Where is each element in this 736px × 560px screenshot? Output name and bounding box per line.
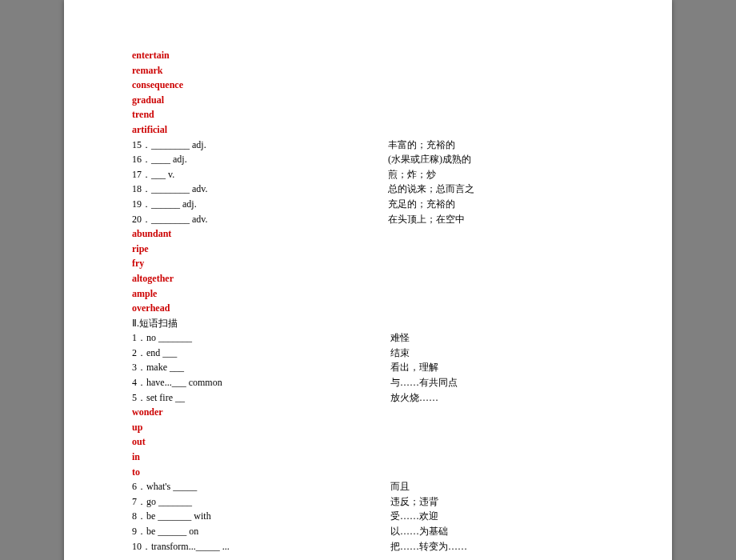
- list-item: 17．___ v.煎；炸；炒: [132, 167, 604, 182]
- item-right: 总的说来；总而言之: [388, 182, 604, 197]
- list-item: 9．be ______ on 以……为基础: [132, 524, 604, 539]
- list-item: 7．go _______ 违反；违背: [132, 494, 604, 510]
- document-page: entertain remark consequence gradual tre…: [64, 0, 672, 560]
- item-left: 15．________ adj.: [132, 138, 388, 153]
- item-left: 19．______ adj.: [132, 197, 388, 212]
- item-left: 16．____ adj.: [132, 152, 388, 167]
- red-word-group-2: abundant ripe fry altogether ample overh…: [132, 226, 604, 316]
- section-heading: Ⅱ.短语扫描: [132, 316, 604, 331]
- vocab-word: out: [132, 434, 604, 450]
- item-right: 丰富的；充裕的: [388, 138, 604, 153]
- item-group-2: 1．no _______ 难怪 2．end ___ 结束 3．make ___ …: [132, 330, 604, 405]
- item-group-1: 15．________ adj.丰富的；充裕的 16．____ adj.(水果或…: [132, 138, 604, 227]
- item-right: 违反；违背: [388, 494, 604, 510]
- item-left: 4．have...___ common: [132, 375, 388, 390]
- list-item: 4．have...___ common 与……有共同点: [132, 375, 604, 390]
- list-item: 8．be _______ with 受……欢迎: [132, 509, 604, 524]
- list-item: 1．no _______ 难怪: [132, 330, 604, 346]
- vocab-word: ample: [132, 286, 604, 302]
- vocab-word: gradual: [132, 93, 604, 108]
- item-left: 8．be _______ with: [132, 509, 388, 524]
- vocab-word: trend: [132, 107, 604, 122]
- vocab-word: consequence: [132, 78, 604, 93]
- item-left: 3．make ___: [132, 360, 388, 375]
- item-left: 6．what's _____: [132, 479, 388, 494]
- item-right: 看出，理解: [388, 360, 604, 375]
- item-right: 放火烧……: [388, 390, 604, 406]
- vocab-word: altogether: [132, 271, 604, 286]
- list-item: 15．________ adj.丰富的；充裕的: [132, 138, 604, 153]
- vocab-word: ripe: [132, 242, 604, 257]
- item-right: (水果或庄稼)成熟的: [388, 152, 604, 167]
- vocab-word: up: [132, 420, 604, 435]
- item-right: 在头顶上；在空中: [388, 212, 604, 227]
- item-right: 受……欢迎: [388, 509, 604, 524]
- list-item: 5．set fire __ 放火烧……: [132, 390, 604, 406]
- list-item: 18．________ adv.总的说来；总而言之: [132, 182, 604, 197]
- item-group-3: 6．what's _____ 而且 7．go _______ 违反；违背 8．b…: [132, 479, 604, 554]
- list-item: 19．______ adj.充足的；充裕的: [132, 197, 604, 212]
- vocab-word: remark: [132, 63, 604, 78]
- vocab-word: entertain: [132, 48, 604, 63]
- list-item: 20．________ adv.在头顶上；在空中: [132, 212, 604, 227]
- item-right: 与……有共同点: [388, 375, 604, 390]
- vocab-word: overhead: [132, 301, 604, 316]
- item-right: 充足的；充裕的: [388, 197, 604, 212]
- vocab-word: wonder: [132, 405, 604, 420]
- item-left: 10．transform..._____ ...: [132, 539, 388, 554]
- list-item: 16．____ adj.(水果或庄稼)成熟的: [132, 152, 604, 167]
- item-left: 17．___ v.: [132, 167, 388, 182]
- item-right: 结束: [388, 346, 604, 361]
- item-right: 而且: [388, 479, 604, 494]
- vocab-word: artificial: [132, 122, 604, 138]
- item-right: 把……转变为……: [388, 539, 604, 554]
- vocab-word: abundant: [132, 226, 604, 242]
- vocab-word: in: [132, 450, 604, 465]
- item-left: 1．no _______: [132, 330, 388, 346]
- item-left: 2．end ___: [132, 346, 388, 361]
- red-word-group-3: wonder up out in to: [132, 405, 604, 479]
- list-item: 6．what's _____ 而且: [132, 479, 604, 494]
- item-left: 9．be ______ on: [132, 524, 388, 539]
- item-left: 7．go _______: [132, 494, 388, 510]
- item-right: 煎；炸；炒: [388, 167, 604, 182]
- list-item: 2．end ___ 结束: [132, 346, 604, 361]
- item-left: 5．set fire __: [132, 390, 388, 406]
- red-word-group-1: entertain remark consequence gradual tre…: [132, 48, 604, 138]
- vocab-word: to: [132, 465, 604, 480]
- item-left: 18．________ adv.: [132, 182, 388, 197]
- list-item: 10．transform..._____ ... 把……转变为……: [132, 539, 604, 554]
- item-right: 难怪: [388, 330, 604, 346]
- vocab-word: fry: [132, 256, 604, 271]
- list-item: 3．make ___ 看出，理解: [132, 360, 604, 375]
- item-right: 以……为基础: [388, 524, 604, 539]
- item-left: 20．________ adv.: [132, 212, 388, 227]
